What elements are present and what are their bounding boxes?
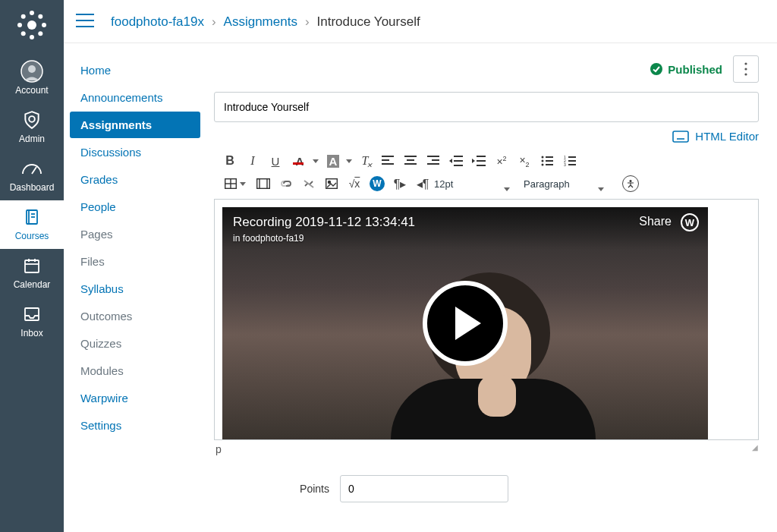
video-subtitle: in foodphoto-fa19 <box>233 233 304 244</box>
svg-point-8 <box>38 31 42 36</box>
link-button[interactable] <box>275 173 297 194</box>
course-nav-syllabus[interactable]: Syllabus <box>70 275 200 302</box>
course-nav-warpwire[interactable]: Warpwire <box>70 385 200 411</box>
shield-icon <box>22 109 42 131</box>
svg-point-6 <box>38 14 42 19</box>
video-play-button[interactable] <box>423 281 508 366</box>
video-title: Recording 2019-11-12 13:34:41 <box>233 215 415 230</box>
media-button[interactable] <box>252 173 275 194</box>
svg-point-11 <box>29 116 35 122</box>
image-button[interactable] <box>320 173 343 194</box>
editor-resize-handle[interactable]: ◢ <box>752 443 757 455</box>
outdent-button[interactable] <box>445 150 467 172</box>
nav-dashboard[interactable]: Dashboard <box>0 152 64 200</box>
ltr-button[interactable]: ¶▸ <box>388 173 411 194</box>
equation-button[interactable]: √x <box>343 173 366 194</box>
assignment-title-input[interactable] <box>214 92 759 122</box>
svg-marker-47 <box>449 159 452 163</box>
unlink-button[interactable] <box>297 173 320 194</box>
bold-button[interactable]: B <box>219 150 241 172</box>
svg-point-72 <box>329 181 331 184</box>
speedometer-icon <box>21 158 42 179</box>
check-circle-icon <box>650 62 663 76</box>
font-size-select[interactable]: 12pt <box>434 178 513 190</box>
warpwire-button[interactable]: W <box>366 173 388 194</box>
nav-admin[interactable]: Admin <box>0 103 64 152</box>
subscript-button[interactable]: ×2 <box>513 150 536 172</box>
svg-point-0 <box>27 20 36 30</box>
bullet-list-button[interactable] <box>536 150 558 172</box>
svg-point-4 <box>42 23 46 27</box>
table-button[interactable] <box>219 173 252 194</box>
inbox-icon <box>23 304 41 325</box>
align-left-button[interactable] <box>376 150 399 172</box>
underline-button[interactable]: U <box>264 150 287 172</box>
svg-point-1 <box>30 11 34 15</box>
svg-point-7 <box>21 31 26 36</box>
points-label: Points <box>214 483 340 495</box>
calendar-icon <box>23 255 41 276</box>
points-input[interactable] <box>340 475 508 502</box>
rce-toolbar-row2: √x W ¶▸ ◂¶ 12pt Paragraph <box>214 173 759 199</box>
warpwire-badge-icon[interactable]: W <box>681 213 699 231</box>
svg-point-3 <box>17 23 22 27</box>
text-color-button[interactable]: A <box>287 150 320 172</box>
more-options-button[interactable] <box>733 55 759 83</box>
indent-button[interactable] <box>467 150 490 172</box>
video-share-button[interactable]: Share <box>639 215 672 228</box>
global-nav: Account Admin Dashboard Courses Calendar <box>0 0 64 532</box>
nav-dashboard-label: Dashboard <box>10 182 55 193</box>
svg-rect-29 <box>673 131 688 142</box>
course-nav-discussions[interactable]: Discussions <box>70 139 200 165</box>
svg-point-26 <box>744 62 747 65</box>
nav-account-label: Account <box>15 85 48 96</box>
nav-inbox[interactable]: Inbox <box>0 297 64 346</box>
svg-point-27 <box>744 68 747 70</box>
nav-calendar[interactable]: Calendar <box>0 249 64 297</box>
course-nav-pages[interactable]: Pages <box>70 221 200 247</box>
numbered-list-button[interactable]: 123 <box>558 150 581 172</box>
svg-point-52 <box>542 156 544 159</box>
course-nav-modules[interactable]: Modules <box>70 357 200 384</box>
align-center-button[interactable] <box>399 150 422 172</box>
accessibility-checker-button[interactable] <box>622 175 639 192</box>
svg-point-25 <box>650 63 662 75</box>
svg-point-2 <box>30 35 34 39</box>
nav-courses[interactable]: Courses <box>0 200 64 249</box>
course-nav-outcomes[interactable]: Outcomes <box>70 303 200 329</box>
course-nav-settings[interactable]: Settings <box>70 412 200 439</box>
italic-button[interactable]: I <box>241 150 264 172</box>
svg-text:3: 3 <box>564 162 566 166</box>
svg-point-73 <box>630 180 632 182</box>
course-nav-announcements[interactable]: Announcements <box>70 84 200 111</box>
html-editor-link[interactable]: HTML Editor <box>672 130 759 143</box>
nav-calendar-label: Calendar <box>14 279 51 290</box>
kebab-icon <box>744 62 747 76</box>
align-right-button[interactable] <box>422 150 445 172</box>
rtl-button[interactable]: ◂¶ <box>411 173 434 194</box>
html-editor-label: HTML Editor <box>695 130 759 143</box>
book-icon <box>23 206 41 228</box>
nav-account[interactable]: Account <box>0 55 64 103</box>
hamburger-button[interactable] <box>76 14 97 30</box>
person-icon <box>626 179 635 188</box>
svg-point-28 <box>744 73 747 75</box>
course-nav-home[interactable]: Home <box>70 57 200 83</box>
course-nav-assignments[interactable]: Assignments <box>70 112 200 138</box>
course-nav-grades[interactable]: Grades <box>70 166 200 193</box>
rce-editor-body[interactable]: Recording 2019-11-12 13:34:41 in foodpho… <box>214 199 759 440</box>
bg-color-button[interactable]: A <box>320 150 354 172</box>
course-nav-quizzes[interactable]: Quizzes <box>70 330 200 357</box>
chevron-right-icon: › <box>305 14 310 30</box>
svg-point-10 <box>28 65 36 73</box>
course-nav-people[interactable]: People <box>70 194 200 220</box>
published-label: Published <box>668 63 722 76</box>
clear-formatting-button[interactable]: T✕ <box>354 150 376 172</box>
paragraph-select[interactable]: Paragraph <box>524 178 607 190</box>
crumb-course[interactable]: foodphoto-fa19x <box>111 14 204 30</box>
crumb-section[interactable]: Assignments <box>224 14 297 30</box>
superscript-button[interactable]: ×2 <box>490 150 513 172</box>
course-nav-files[interactable]: Files <box>70 248 200 275</box>
svg-point-5 <box>21 14 26 19</box>
embedded-video: Recording 2019-11-12 13:34:41 in foodpho… <box>222 207 708 439</box>
